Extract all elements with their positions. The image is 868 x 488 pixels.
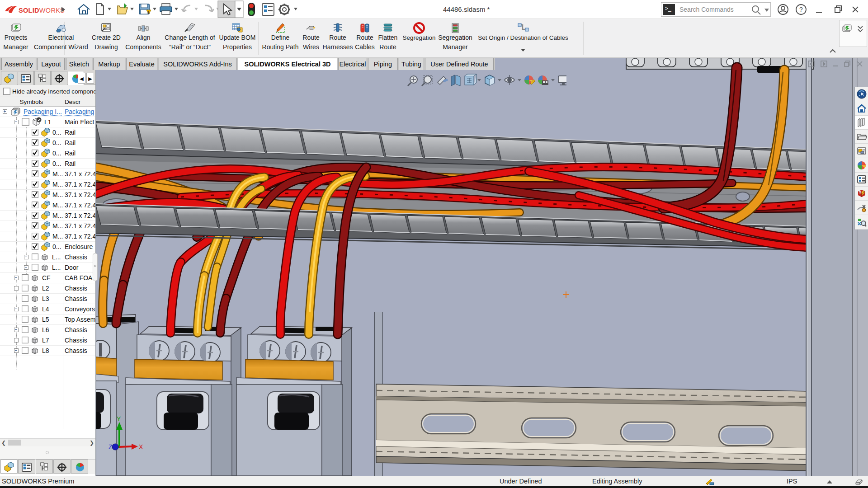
svg-text:Z: Z (108, 443, 113, 450)
svg-text:Y: Y (117, 415, 121, 422)
svg-text:X: X (139, 443, 143, 450)
svg-text:S: S (859, 190, 862, 194)
svg-text:?: ? (799, 6, 803, 13)
svg-text:!: ! (148, 10, 149, 15)
svg-text:SOLIDWORKS: SOLIDWORKS (19, 7, 65, 14)
